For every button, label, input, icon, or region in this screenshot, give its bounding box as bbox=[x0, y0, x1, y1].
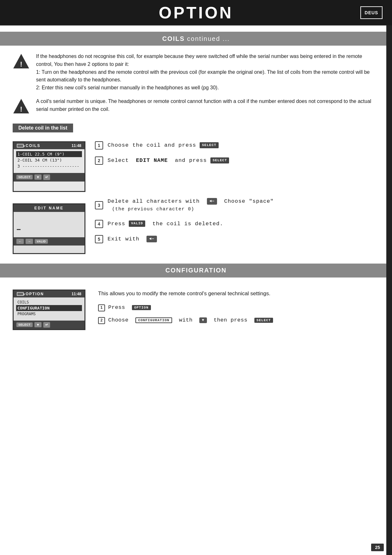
config-item-programs: PROGRAMS bbox=[16, 311, 82, 317]
delete-coil-subsection-header: Delete coil in the list bbox=[13, 124, 73, 132]
warning-block-2: ! A coil's serial number is unique. The … bbox=[13, 95, 379, 118]
warning-triangle-2: ! bbox=[13, 98, 30, 115]
screen1-down-btn: ▼ bbox=[34, 174, 42, 180]
page-title: OPTION bbox=[159, 3, 233, 22]
warning-triangle-1: ! bbox=[13, 53, 30, 70]
select-badge-config: SELECT bbox=[254, 318, 273, 323]
editname-cursor: _ bbox=[17, 222, 21, 230]
screen1-item-2: 2-COIL 34 CM (13") bbox=[16, 157, 82, 163]
config-back-btn: ↵ bbox=[43, 322, 50, 328]
step-5-num: 5 bbox=[95, 235, 103, 243]
config-screen-bottom: SELECT ▼ ↵ bbox=[14, 321, 84, 329]
select-badge-2: SELECT bbox=[210, 157, 229, 163]
editname-valid-btn: VALID bbox=[34, 239, 48, 244]
warning-block-1: ! If the headphones do not recognise thi… bbox=[13, 46, 379, 95]
configuration-badge-outline: CONFIGURATION bbox=[135, 317, 172, 323]
warning-text-2: A coil's serial number is unique. The he… bbox=[36, 98, 379, 113]
screen1-topbar-left: COILS bbox=[17, 144, 40, 148]
content-area: ! If the headphones do not recognise thi… bbox=[0, 46, 392, 254]
config-topbar: OPTION 11:48 bbox=[14, 290, 84, 297]
header-divider bbox=[0, 25, 392, 26]
config-section-header: CONFIGURATION bbox=[0, 264, 392, 278]
screen1-topbar: COILS 11:48 bbox=[14, 142, 84, 149]
right-border bbox=[386, 0, 392, 555]
config-screen: OPTION 11:48 COILS CONFIGURATION PROGRAM… bbox=[13, 290, 85, 330]
config-screen-body: COILS CONFIGURATION PROGRAMS bbox=[14, 297, 84, 319]
config-step-2-text: Choose CONFIGURATION with ▼ then press S… bbox=[108, 317, 273, 323]
config-step-1: 1 Press OPTION bbox=[98, 304, 379, 311]
screen1-back-btn: ↵ bbox=[43, 174, 50, 180]
config-right: This allows you to modify the remote con… bbox=[98, 290, 379, 330]
step-1-row: 1 Choose the coil and press SELECT bbox=[95, 141, 379, 150]
step-4-row: 4 Press VALID the coil is deleted. bbox=[95, 220, 379, 228]
valid-badge: VALID bbox=[129, 220, 145, 226]
config-content-area: OPTION 11:48 COILS CONFIGURATION PROGRAM… bbox=[0, 281, 392, 336]
config-topbar-left: OPTION bbox=[17, 292, 44, 296]
config-content: OPTION 11:48 COILS CONFIGURATION PROGRAM… bbox=[13, 281, 379, 336]
delete-coil-label: Delete coil in the list bbox=[18, 125, 67, 131]
config-select-btn: SELECT bbox=[16, 322, 33, 327]
config-step-1-text: Press OPTION bbox=[108, 304, 151, 310]
svg-text:!: ! bbox=[20, 60, 22, 68]
coils-screen-1: COILS 11:48 1-COIL 22.5 CM (9") 2-COIL 3… bbox=[13, 141, 85, 192]
config-step-1-num: 1 bbox=[98, 304, 105, 311]
step-4-num: 4 bbox=[95, 220, 103, 228]
editname-topbar: EDIT NAME bbox=[14, 204, 84, 212]
warning-text-1: If the headphones do not recognise this … bbox=[36, 53, 379, 92]
config-down-btn: ▼ bbox=[34, 322, 42, 328]
backspace-icon: ◄— bbox=[207, 198, 217, 205]
screen1-select-btn: SELECT bbox=[16, 175, 33, 180]
screen1-label: COILS bbox=[26, 144, 40, 148]
screen1-body: 1-COIL 22.5 CM (9") 2-COIL 34 CM (13") 3… bbox=[14, 149, 84, 171]
header: OPTION DEUS bbox=[0, 0, 392, 25]
editname-right-btn: → bbox=[25, 239, 33, 244]
step-3-row: 3 Delete all characters with ◄— Choose "… bbox=[95, 198, 379, 213]
step-5-row: 5 Exit with ◄— bbox=[95, 235, 379, 243]
delete-coil-steps: 1 Choose the coil and press SELECT 2 Sel… bbox=[95, 141, 379, 172]
step-2-row: 2 Select EDIT NAME and press SELECT bbox=[95, 156, 379, 165]
down-arrow-icon: ▼ bbox=[199, 317, 207, 323]
delete-coil-steps-2: 3 Delete all characters with ◄— Choose "… bbox=[95, 198, 379, 250]
coils-section-title: COILS COILS continued ... continued ... bbox=[162, 35, 230, 42]
editname-left-btn: ← bbox=[16, 239, 24, 244]
screen1-time: 11:48 bbox=[72, 144, 81, 148]
page-number: 25 bbox=[371, 544, 384, 551]
config-step-2-num: 2 bbox=[98, 317, 105, 324]
svg-text:!: ! bbox=[20, 105, 22, 113]
warning-icon-1: ! bbox=[13, 53, 30, 70]
editname-bottom: ← → VALID bbox=[14, 237, 84, 246]
screen1-bottom: SELECT ▼ ↵ bbox=[14, 173, 84, 182]
page: OPTION DEUS COILS COILS continued ... co… bbox=[0, 0, 392, 555]
battery-icon-1 bbox=[17, 144, 24, 148]
step-1-num: 1 bbox=[95, 141, 103, 150]
config-item-coils: COILS bbox=[16, 299, 82, 305]
step-1-text: Choose the coil and press SELECT bbox=[108, 142, 219, 149]
delete-coil-content: COILS 11:48 1-COIL 22.5 CM (9") 2-COIL 3… bbox=[13, 141, 379, 192]
battery-icon-config bbox=[17, 292, 24, 296]
screen1-item-1: 1-COIL 22.5 CM (9") bbox=[16, 151, 82, 157]
config-step-2: 2 Choose CONFIGURATION with ▼ then press… bbox=[98, 317, 379, 324]
editname-body: _ bbox=[14, 212, 84, 237]
deus-logo: DEUS bbox=[360, 6, 383, 19]
select-badge-1: SELECT bbox=[200, 142, 219, 148]
step-2-num: 2 bbox=[95, 156, 103, 165]
editname-content: EDIT NAME _ ← → VALID 3 Delete all chara… bbox=[13, 198, 379, 254]
config-screen-label: OPTION bbox=[26, 292, 44, 296]
step-3-num: 3 bbox=[95, 201, 103, 209]
step-4-text: Press VALID the coil is deleted. bbox=[108, 220, 223, 228]
coils-section-header: COILS COILS continued ... continued ... bbox=[0, 32, 392, 46]
editname-screen: EDIT NAME _ ← → VALID bbox=[13, 203, 85, 254]
step-3-text: Delete all characters with ◄— Choose "sp… bbox=[108, 198, 274, 213]
step-5-text: Exit with ◄— bbox=[108, 235, 157, 243]
screen1-item-3: 3 ----------------------- bbox=[16, 163, 82, 169]
editname-label: EDIT NAME bbox=[34, 206, 64, 210]
warning-icon-2: ! bbox=[13, 98, 30, 115]
exit-icon: ◄— bbox=[146, 236, 157, 242]
option-badge: OPTION bbox=[132, 305, 151, 310]
config-section-title: CONFIGURATION bbox=[165, 267, 227, 274]
config-item-configuration: CONFIGURATION bbox=[16, 305, 82, 311]
config-description: This allows you to modify the remote con… bbox=[98, 290, 379, 298]
step-2-text: Select EDIT NAME and press SELECT bbox=[108, 157, 229, 164]
config-screen-time: 11:48 bbox=[72, 292, 81, 296]
